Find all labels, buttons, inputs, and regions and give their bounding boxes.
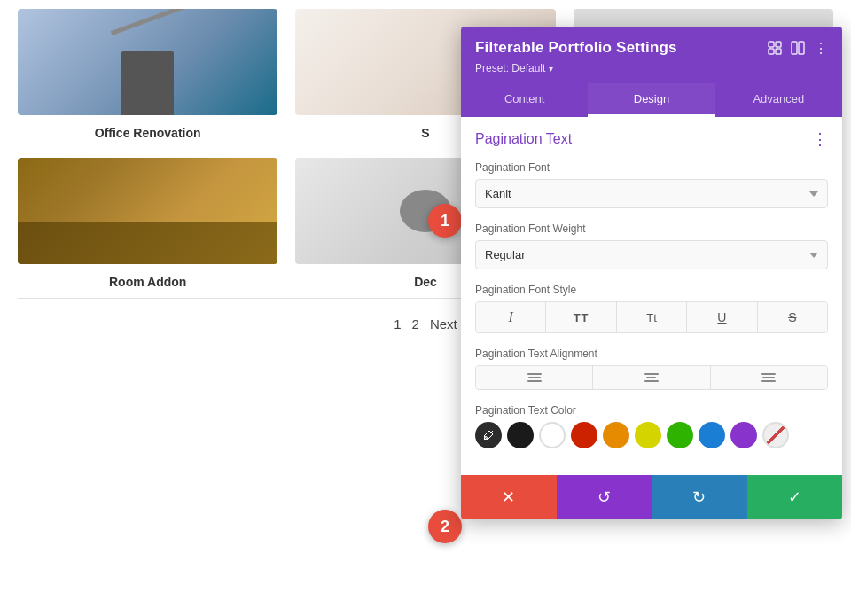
- black-swatch[interactable]: [507, 422, 534, 448]
- svg-point-6: [485, 437, 488, 440]
- yellow-swatch[interactable]: [635, 422, 661, 448]
- portfolio-item-office: Office Renovation: [18, 9, 277, 140]
- no-color-swatch[interactable]: [762, 422, 789, 448]
- font-style-field: Pagination Font Style I TT Tt U S: [475, 284, 828, 333]
- color-field: Pagination Text Color: [475, 404, 828, 448]
- font-field: Pagination Font Kanit Arial Georgia: [475, 161, 828, 208]
- strikethrough-icon: S: [788, 310, 796, 324]
- svg-rect-3: [776, 49, 781, 54]
- section-header: Pagination Text ⋮: [475, 129, 828, 149]
- cancel-button[interactable]: ✕: [461, 475, 557, 519]
- font-weight-field: Pagination Font Weight Regular Bold Ligh…: [475, 222, 828, 269]
- panel-title-icons: ⋮: [768, 40, 828, 57]
- panel-header: Filterable Portfolio Settings: [461, 27, 842, 83]
- svg-rect-4: [792, 42, 797, 54]
- font-select[interactable]: Kanit Arial Georgia: [475, 179, 828, 208]
- purple-swatch[interactable]: [730, 422, 757, 448]
- italic-icon: I: [509, 309, 513, 325]
- reset-button[interactable]: ↺: [557, 475, 652, 519]
- save-icon: ✓: [788, 487, 801, 507]
- style-allcaps-button[interactable]: TT: [546, 302, 616, 332]
- redo-icon: ↻: [692, 487, 706, 507]
- thumb-room: [18, 158, 277, 264]
- section-title: Pagination Text: [475, 131, 572, 147]
- font-label: Pagination Font: [475, 161, 828, 174]
- eyedropper-swatch[interactable]: [475, 422, 502, 448]
- underline-icon: U: [717, 310, 726, 324]
- style-strikethrough-button[interactable]: S: [758, 302, 827, 332]
- reset-icon: ↺: [597, 487, 611, 507]
- cancel-icon: ✕: [502, 487, 515, 507]
- panel-preset-row[interactable]: Preset: Default ▾: [475, 62, 828, 83]
- settings-panel: Filterable Portfolio Settings: [461, 27, 842, 519]
- align-center-icon: [644, 373, 659, 382]
- page-1[interactable]: 1: [394, 316, 401, 331]
- align-center-button[interactable]: [593, 366, 710, 389]
- panel-title-row: Filterable Portfolio Settings: [475, 39, 828, 57]
- style-capitalize-button[interactable]: Tt: [617, 302, 687, 332]
- portfolio-item-room: Room Addon: [18, 158, 277, 289]
- tab-advanced[interactable]: Advanced: [715, 83, 842, 117]
- page-next[interactable]: Next: [430, 316, 457, 331]
- color-swatches: [475, 422, 828, 448]
- panel-body: Pagination Text ⋮ Pagination Font Kanit …: [461, 117, 842, 475]
- svg-rect-2: [769, 49, 774, 54]
- style-underline-button[interactable]: U: [687, 302, 757, 332]
- font-weight-select[interactable]: Regular Bold Light: [475, 240, 828, 269]
- style-buttons: I TT Tt U S: [475, 301, 828, 333]
- svg-rect-0: [769, 42, 774, 47]
- white-swatch[interactable]: [539, 422, 566, 448]
- blue-swatch[interactable]: [699, 422, 725, 448]
- portfolio-title-dec: Dec: [414, 275, 437, 289]
- tab-design[interactable]: Design: [588, 83, 714, 117]
- panel-title: Filterable Portfolio Settings: [475, 39, 677, 57]
- allcaps-icon: TT: [574, 311, 589, 324]
- portfolio-title-office: Office Renovation: [95, 126, 201, 140]
- portfolio-title-room: Room Addon: [109, 275, 186, 289]
- alignment-label: Pagination Text Alignment: [475, 347, 828, 360]
- font-weight-label: Pagination Font Weight: [475, 222, 828, 235]
- align-left-icon: [527, 373, 542, 382]
- tab-content[interactable]: Content: [461, 83, 588, 117]
- panel-expand-icon[interactable]: [768, 41, 782, 55]
- thumb-office: [18, 9, 277, 115]
- align-right-icon: [761, 373, 776, 382]
- redo-button[interactable]: ↻: [652, 475, 747, 519]
- font-style-label: Pagination Font Style: [475, 284, 828, 296]
- orange-swatch[interactable]: [603, 422, 629, 448]
- panel-columns-icon[interactable]: [791, 41, 805, 55]
- page-2[interactable]: 2: [412, 316, 419, 331]
- red-swatch[interactable]: [571, 422, 597, 448]
- alignment-field: Pagination Text Alignment: [475, 347, 828, 390]
- style-italic-button[interactable]: I: [476, 302, 546, 332]
- panel-tabs: Content Design Advanced: [461, 83, 842, 117]
- color-label: Pagination Text Color: [475, 404, 828, 417]
- panel-preset-arrow: ▾: [549, 64, 553, 74]
- align-buttons: [475, 365, 828, 390]
- panel-preset-label: Preset: Default: [475, 62, 545, 74]
- svg-rect-1: [776, 42, 781, 47]
- step-1-circle: 1: [428, 204, 462, 238]
- align-left-button[interactable]: [476, 366, 593, 389]
- step-2-circle: 2: [428, 510, 462, 543]
- section-more-icon[interactable]: ⋮: [812, 129, 828, 149]
- green-swatch[interactable]: [667, 422, 693, 448]
- portfolio-title-s: S: [421, 126, 429, 140]
- align-right-button[interactable]: [711, 366, 827, 389]
- capitalize-icon: Tt: [646, 311, 657, 324]
- panel-more-icon[interactable]: ⋮: [814, 40, 828, 57]
- svg-rect-5: [799, 42, 804, 54]
- panel-footer: ✕ ↺ ↻ ✓: [461, 475, 842, 519]
- save-button[interactable]: ✓: [747, 475, 843, 519]
